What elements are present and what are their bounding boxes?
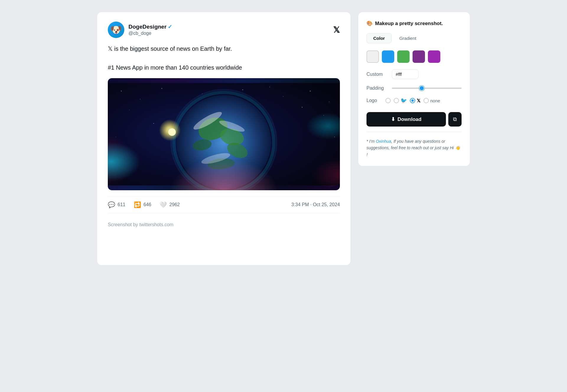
download-button[interactable]: ⬇ Download — [366, 112, 446, 127]
footer-note: * I'm Oxinhua, If you have any questions… — [366, 138, 462, 158]
logo-option-x[interactable]: 𝕏 — [410, 98, 421, 104]
tweet-card: 🐶 DogeDesigner ✓ @cb_doge 𝕏 𝕏 is the big… — [97, 12, 351, 265]
x-logo-header: 𝕏 — [333, 25, 340, 35]
panel-divider — [366, 132, 462, 132]
padding-row: Padding — [366, 86, 462, 91]
footer-link[interactable]: Oxinhua — [376, 139, 391, 144]
tweet-user: 🐶 DogeDesigner ✓ @cb_doge — [108, 22, 172, 38]
radio-x[interactable] — [410, 98, 415, 103]
svg-point-6 — [283, 96, 284, 97]
svg-point-9 — [129, 110, 129, 110]
display-name: DogeDesigner ✓ — [128, 24, 172, 30]
screenshot-credit: Screenshot by twittershots.com — [108, 219, 340, 227]
heart-icon: 🤍 — [159, 201, 167, 208]
svg-point-7 — [310, 91, 310, 91]
color-swatches — [366, 50, 462, 63]
tab-color[interactable]: Color — [366, 33, 392, 43]
reply-icon: 💬 — [108, 201, 115, 208]
svg-point-1 — [121, 91, 122, 91]
tab-gradient[interactable]: Gradient — [393, 33, 423, 43]
copy-icon: ⧉ — [453, 116, 457, 122]
palette-emoji: 🎨 — [366, 20, 373, 27]
tweet-timestamp: 3:34 PM · Oct 25, 2024 — [291, 202, 340, 207]
copy-button[interactable]: ⧉ — [448, 112, 462, 127]
logo-label: Logo — [366, 98, 381, 103]
swatch-green[interactable] — [397, 50, 410, 63]
svg-point-5 — [242, 89, 243, 90]
retweet-icon: 🔁 — [134, 201, 141, 208]
custom-row: Custom — [366, 69, 462, 79]
swatch-white[interactable] — [366, 50, 379, 63]
swatch-purple-light[interactable] — [428, 50, 440, 63]
svg-point-13 — [270, 87, 270, 87]
panel-title: 🎨 Makeup a pretty screenshot. — [366, 20, 462, 27]
swatch-blue[interactable] — [382, 50, 394, 63]
avatar: 🐶 — [108, 22, 124, 38]
twitter-bird-icon: 🐦 — [400, 97, 407, 104]
verified-icon: ✓ — [168, 24, 172, 30]
padding-label: Padding — [366, 86, 387, 91]
radio-twitter[interactable] — [394, 98, 399, 103]
logo-option-none[interactable]: none — [423, 98, 440, 103]
tab-group: Color Gradient — [366, 33, 462, 43]
user-info: DogeDesigner ✓ @cb_doge — [128, 24, 172, 36]
svg-point-2 — [140, 99, 140, 99]
username: @cb_doge — [128, 31, 172, 36]
logo-option-twitter[interactable]: 🐦 — [394, 97, 407, 104]
none-label: none — [430, 98, 440, 103]
radio-empty[interactable] — [385, 98, 391, 103]
logo-row: Logo 🐦 𝕏 none — [366, 97, 462, 104]
retweet-stat: 🔁 646 — [134, 201, 151, 208]
svg-point-8 — [329, 102, 329, 102]
reply-stat: 💬 611 — [108, 201, 126, 208]
padding-slider[interactable] — [392, 88, 462, 89]
action-buttons: ⬇ Download ⧉ — [366, 112, 462, 127]
custom-color-input[interactable] — [392, 69, 418, 79]
x-logo-small: 𝕏 — [417, 98, 421, 104]
download-icon: ⬇ — [391, 116, 395, 122]
svg-point-33 — [168, 128, 176, 136]
logo-option-empty[interactable] — [385, 98, 391, 103]
tweet-stats: 💬 611 🔁 646 🤍 2962 3:34 PM · Oct 25, 202… — [108, 196, 340, 213]
tweet-text: 𝕏 is the biggest source of news on Earth… — [108, 44, 340, 72]
tweet-image — [108, 78, 340, 190]
swatch-purple-dark[interactable] — [413, 50, 425, 63]
tweet-header: 🐶 DogeDesigner ✓ @cb_doge 𝕏 — [108, 22, 340, 38]
radio-none[interactable] — [423, 98, 429, 103]
custom-label: Custom — [366, 72, 387, 77]
slider-container — [392, 88, 462, 89]
control-panel: 🎨 Makeup a pretty screenshot. Color Grad… — [358, 12, 470, 166]
svg-point-3 — [162, 88, 162, 89]
like-stat: 🤍 2962 — [159, 201, 180, 208]
logo-options: 🐦 𝕏 none — [385, 97, 440, 104]
